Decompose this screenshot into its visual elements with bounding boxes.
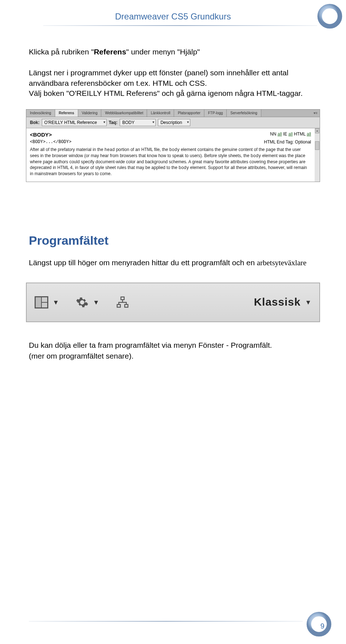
paragraph-4: Du kan dölja eller ta fram programfältet… bbox=[29, 340, 317, 350]
panel-menu-icon[interactable]: ▾≡ bbox=[314, 111, 318, 116]
bok-label: Bok: bbox=[30, 120, 40, 125]
decorative-ring-bottom bbox=[306, 612, 332, 637]
reference-panel-screenshot: Indexsökning Referens Validering Webbläs… bbox=[26, 109, 320, 182]
tag-label: Taq: bbox=[109, 120, 117, 125]
tag-dropdown[interactable]: BODY bbox=[120, 119, 156, 126]
svg-rect-2 bbox=[117, 305, 120, 307]
tab-ftp-logg[interactable]: FTP-logg bbox=[204, 110, 227, 117]
chevron-down-icon: ▼ bbox=[305, 298, 311, 307]
workspace-switcher[interactable]: Klassisk ▼ bbox=[254, 295, 311, 310]
site-menu[interactable] bbox=[116, 296, 129, 309]
ref-tag-title: <BODY> bbox=[30, 131, 52, 138]
desc-dropdown[interactable]: Description bbox=[158, 119, 190, 126]
page-number: 9 bbox=[320, 622, 324, 630]
gear-icon bbox=[76, 296, 89, 309]
svg-point-4 bbox=[309, 614, 329, 634]
bok-dropdown[interactable]: O'REILLY HTML Reference bbox=[42, 119, 107, 126]
svg-point-0 bbox=[320, 6, 340, 26]
ref-description: After all of the prefatory material in t… bbox=[30, 147, 311, 177]
tab-webblasarkompat[interactable]: Webbläsarkompatibilitet bbox=[101, 110, 147, 117]
scrollbar-up[interactable]: ▴ bbox=[315, 128, 319, 133]
scrollbar-handle[interactable] bbox=[315, 141, 319, 150]
tab-indexsokning[interactable]: Indexsökning bbox=[26, 110, 55, 117]
header-divider bbox=[43, 25, 317, 26]
tab-platsrapporter[interactable]: Platsrapporter bbox=[174, 110, 204, 117]
section-heading-programfaltet: Programfältet bbox=[29, 232, 317, 249]
paragraph-2: Längst ner i programmet dyker upp ett fö… bbox=[29, 68, 317, 98]
workspace-label: Klassisk bbox=[254, 295, 301, 310]
svg-rect-3 bbox=[125, 305, 128, 307]
tab-lankkontroll[interactable]: Länkkontroll bbox=[147, 110, 174, 117]
ref-syntax: <BODY>...</BODY> bbox=[30, 139, 71, 145]
tab-validering[interactable]: Validering bbox=[78, 110, 102, 117]
tab-serverfelsokning[interactable]: Serverfelsökning bbox=[227, 110, 261, 117]
panel-tabs: Indexsökning Referens Validering Webbläs… bbox=[26, 110, 320, 117]
footer-divider bbox=[29, 621, 303, 622]
page-header: Dreamweaver CS5 Grundkurs bbox=[0, 0, 346, 22]
ref-endtag: HTML End Tag: Optional bbox=[264, 139, 311, 145]
chevron-down-icon: ▼ bbox=[53, 298, 59, 307]
header-title: Dreamweaver CS5 Grundkurs bbox=[115, 12, 231, 21]
layout-icon bbox=[35, 296, 48, 308]
paragraph-1: Klicka på rubriken "Referens" under meny… bbox=[29, 47, 317, 57]
tab-referens[interactable]: Referens bbox=[55, 110, 78, 117]
program-toolbar-screenshot: ▼ ▼ Klassisk ▼ bbox=[26, 283, 320, 322]
ref-compat: NN all IE all HTML all bbox=[270, 131, 311, 138]
sitemap-icon bbox=[116, 296, 129, 309]
reference-content: ▴ <BODY> NN all IE all HTML all <BODY>..… bbox=[26, 128, 320, 182]
paragraph-3: Längst upp till höger om menyraden hitta… bbox=[29, 258, 317, 268]
reference-toolbar: Bok: O'REILLY HTML Reference Taq: BODY D… bbox=[26, 117, 320, 128]
chevron-down-icon: ▼ bbox=[93, 298, 99, 307]
svg-rect-1 bbox=[121, 297, 124, 300]
decorative-ring-top bbox=[317, 4, 342, 29]
layout-switcher[interactable]: ▼ bbox=[35, 296, 59, 308]
paragraph-5: (mer om programfältet senare). bbox=[29, 351, 317, 361]
extension-menu[interactable]: ▼ bbox=[76, 296, 99, 309]
